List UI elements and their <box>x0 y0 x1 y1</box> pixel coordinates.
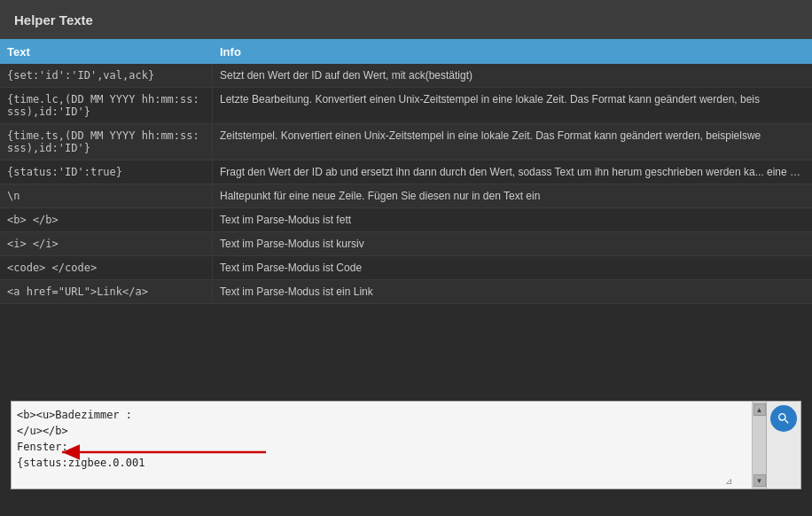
table-row: {status:'ID':true} Fragt den Wert der ID… <box>0 160 812 184</box>
title-bar: Helper Texte <box>0 0 812 39</box>
row-text: \n <box>0 184 213 207</box>
header-text: Text <box>0 45 213 59</box>
table-row: <a href="URL">Link</a> Text im Parse-Mod… <box>0 280 812 304</box>
row-info: Haltepunkt für eine neue Zeile. Fügen Si… <box>213 184 812 207</box>
row-info: Text im Parse-Modus ist Code <box>213 256 812 279</box>
editor-area: ⊿ ▲ ▼ <box>11 401 801 489</box>
row-info: Setzt den Wert der ID auf den Wert, mit … <box>213 64 812 87</box>
editor-toolbar <box>766 402 800 489</box>
editor-scrollbar: ▲ ▼ <box>752 402 766 489</box>
table-row: \n Haltepunkt für eine neue Zeile. Fügen… <box>0 184 812 208</box>
helper-table: Text Info {set:'id':'ID',val,ack} Setzt … <box>0 39 812 304</box>
search-icon <box>777 411 791 426</box>
app-title: Helper Texte <box>14 12 93 27</box>
table-row: {time.lc,(DD MM YYYY hh:mm:ss:sss),id:'I… <box>0 88 812 124</box>
resize-handle[interactable]: ⊿ <box>725 476 736 487</box>
table-row: <code> </code> Text im Parse-Modus ist C… <box>0 256 812 280</box>
row-text: <b> </b> <box>0 208 213 231</box>
editor-wrapper: ⊿ <box>12 402 752 489</box>
table-row: <b> </b> Text im Parse-Modus ist fett <box>0 208 812 232</box>
table-row: {time.ts,(DD MM YYYY hh:mm:ss:sss),id:'I… <box>0 124 812 160</box>
row-info: Text im Parse-Modus ist kursiv <box>213 232 812 255</box>
row-text: {status:'ID':true} <box>0 160 213 184</box>
row-text: <code> </code> <box>0 256 213 279</box>
scroll-up-button[interactable]: ▲ <box>753 403 766 416</box>
table-header-row: Text Info <box>0 39 812 64</box>
row-info: Fragt den Wert der ID ab und ersetzt ihn… <box>213 160 812 184</box>
table-row: <i> </i> Text im Parse-Modus ist kursiv <box>0 232 812 256</box>
row-text: {set:'id':'ID',val,ack} <box>0 64 213 87</box>
scroll-down-button[interactable]: ▼ <box>753 474 766 487</box>
editor-textarea[interactable] <box>12 402 752 489</box>
row-text: <i> </i> <box>0 232 213 255</box>
row-info: Text im Parse-Modus ist fett <box>213 208 812 231</box>
row-text: {time.lc,(DD MM YYYY hh:mm:ss:sss),id:'I… <box>0 88 213 123</box>
row-text: <a href="URL">Link</a> <box>0 280 213 303</box>
row-info: Text im Parse-Modus ist ein Link <box>213 280 812 303</box>
search-button[interactable] <box>770 405 797 432</box>
header-info: Info <box>213 45 812 59</box>
row-text: {time.ts,(DD MM YYYY hh:mm:ss:sss),id:'I… <box>0 124 213 160</box>
row-info: Letzte Bearbeitung. Konvertiert einen Un… <box>213 88 812 123</box>
row-info: Zeitstempel. Konvertiert einen Unix-Zeit… <box>213 124 812 160</box>
table-row: {set:'id':'ID',val,ack} Setzt den Wert d… <box>0 64 812 88</box>
